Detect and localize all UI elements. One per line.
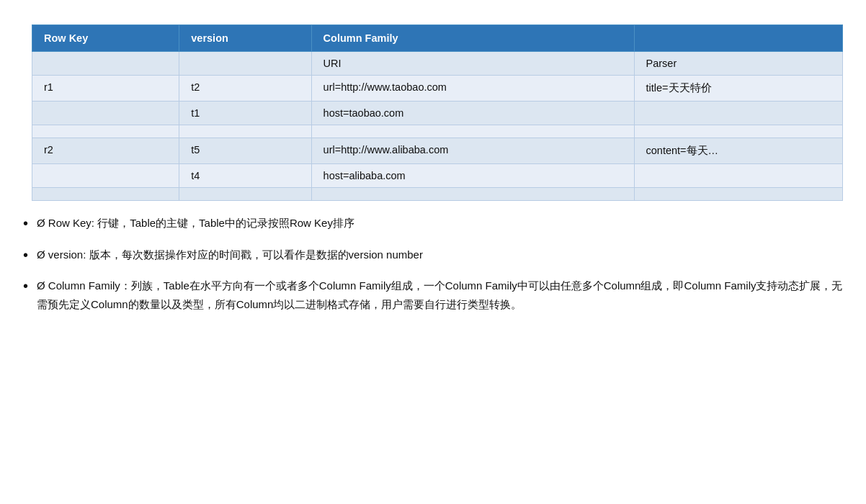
table-cell: host=taobao.com <box>311 102 634 125</box>
note-bullet-2: • <box>23 247 28 264</box>
col-header-columnfamily: Column Family <box>311 25 634 52</box>
table-header-row: Row Key version Column Family <box>32 25 843 52</box>
table-cell: t5 <box>179 138 311 164</box>
note-text-3: Ø Column Family：列族，Table在水平方向有一个或者多个Colu… <box>37 276 843 313</box>
table-cell: content=每天… <box>634 138 842 164</box>
col-header-rowkey: Row Key <box>32 25 179 52</box>
note-bullet-1: • <box>23 215 28 232</box>
main-table: Row Key version Column Family URIParserr… <box>32 24 843 201</box>
col-header-version: version <box>179 25 311 52</box>
table-cell <box>311 188 634 201</box>
table-body: URIParserr1t2url=http://www.taobao.comti… <box>32 52 843 201</box>
note-section-2: •Ø version: 版本，每次数据操作对应的时间戳，可以看作是数据的vers… <box>23 246 843 264</box>
table-row: r1t2url=http://www.taobao.comtitle=天天特价 <box>32 76 843 102</box>
table-cell: URI <box>311 52 634 76</box>
table-cell: t1 <box>179 102 311 125</box>
table-cell: r2 <box>32 138 179 164</box>
table-row: URIParser <box>32 52 843 76</box>
note-text-1: Ø Row Key: 行键，Table的主键，Table中的记录按照Row Ke… <box>37 214 354 233</box>
table-cell <box>179 52 311 76</box>
note-section-3: •Ø Column Family：列族，Table在水平方向有一个或者多个Col… <box>23 276 843 313</box>
table-cell <box>32 102 179 125</box>
table-cell <box>634 102 842 125</box>
table-section: Row Key version Column Family URIParserr… <box>23 17 843 201</box>
table-cell <box>179 188 311 201</box>
table-cell <box>32 52 179 76</box>
table-cell: r1 <box>32 76 179 102</box>
table-row <box>32 188 843 201</box>
table-cell <box>32 164 179 188</box>
table-cell: title=天天特价 <box>634 76 842 102</box>
table-cell: t2 <box>179 76 311 102</box>
table-row: r2t5url=http://www.alibaba.comcontent=每天… <box>32 138 843 164</box>
table-cell <box>311 125 634 138</box>
table-row: t4host=alibaba.com <box>32 164 843 188</box>
table-cell: url=http://www.taobao.com <box>311 76 634 102</box>
table-cell <box>32 125 179 138</box>
table-cell <box>179 125 311 138</box>
col-header-extra <box>634 25 842 52</box>
note-section-1: •Ø Row Key: 行键，Table的主键，Table中的记录按照Row K… <box>23 214 843 233</box>
table-row <box>32 125 843 138</box>
table-cell: host=alibaba.com <box>311 164 634 188</box>
table-cell <box>634 188 842 201</box>
table-cell <box>634 164 842 188</box>
note-text-2: Ø version: 版本，每次数据操作对应的时间戳，可以看作是数据的versi… <box>37 246 423 264</box>
table-row: t1host=taobao.com <box>32 102 843 125</box>
table-cell: t4 <box>179 164 311 188</box>
table-cell <box>32 188 179 201</box>
table-cell: Parser <box>634 52 842 76</box>
table-cell: url=http://www.alibaba.com <box>311 138 634 164</box>
table-cell <box>634 125 842 138</box>
note-bullet-3: • <box>23 278 28 294</box>
notes-container: •Ø Row Key: 行键，Table的主键，Table中的记录按照Row K… <box>23 214 843 313</box>
